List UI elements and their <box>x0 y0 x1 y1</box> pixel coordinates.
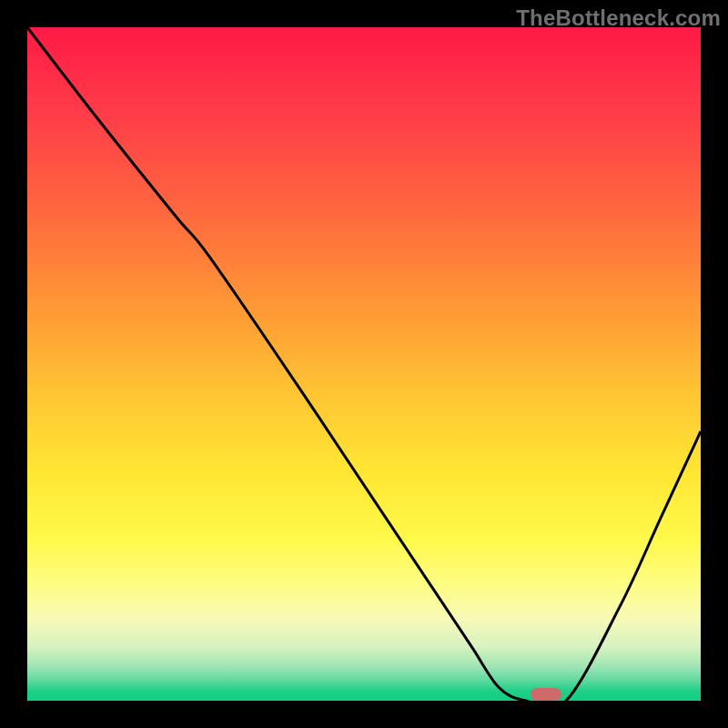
optimal-marker <box>531 688 561 701</box>
bottleneck-curve-path <box>27 27 701 701</box>
plot-area <box>27 27 701 701</box>
bottleneck-curve <box>27 27 701 701</box>
chart-frame: TheBottleneck.com <box>0 0 728 728</box>
watermark-text: TheBottleneck.com <box>516 5 721 31</box>
